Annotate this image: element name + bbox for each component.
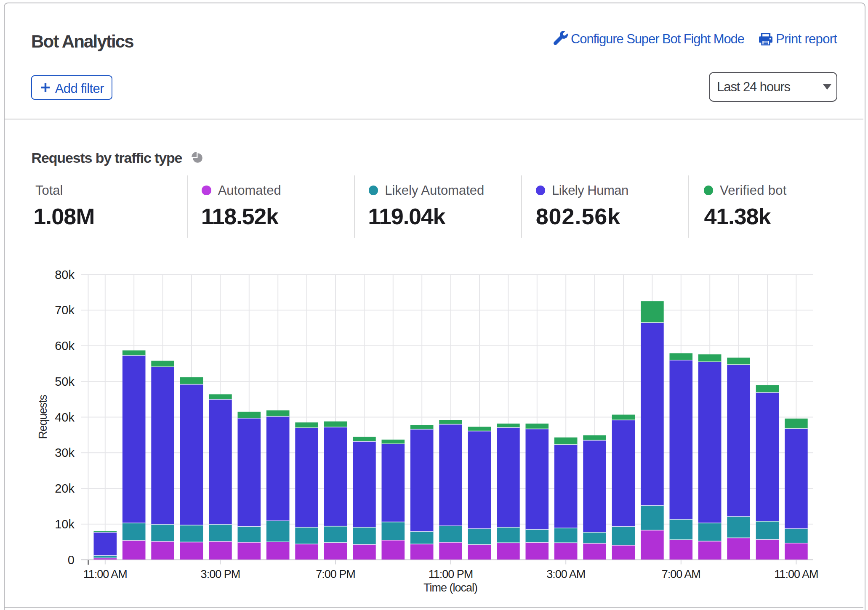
svg-text:7:00 AM: 7:00 AM [662,568,700,581]
svg-text:70k: 70k [55,303,75,317]
svg-text:11:00 PM: 11:00 PM [429,568,473,581]
svg-text:Requests: Requests [37,395,49,439]
svg-text:3:00 AM: 3:00 AM [546,568,585,581]
svg-text:30k: 30k [55,446,75,459]
svg-text:40k: 40k [55,411,75,424]
svg-text:80k: 80k [55,268,75,281]
svg-text:60k: 60k [55,339,75,353]
svg-text:20k: 20k [55,482,75,495]
svg-text:11:00 AM: 11:00 AM [774,568,818,581]
svg-text:10k: 10k [55,517,75,531]
svg-text:11:00 AM: 11:00 AM [83,568,127,581]
svg-text:0: 0 [68,553,75,567]
svg-text:7:00 PM: 7:00 PM [316,568,355,581]
svg-text:50k: 50k [55,375,75,388]
svg-text:3:00 PM: 3:00 PM [201,568,240,581]
svg-text:Time (local): Time (local) [423,581,477,594]
